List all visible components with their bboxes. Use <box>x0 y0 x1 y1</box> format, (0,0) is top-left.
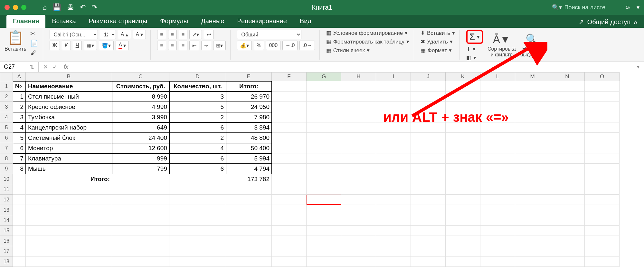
cell[interactable] <box>272 195 307 205</box>
column-header[interactable]: I <box>376 72 411 81</box>
cell[interactable] <box>480 184 515 195</box>
name-box-dropdown-icon[interactable]: ⇅ <box>30 63 34 71</box>
cell[interactable] <box>550 81 585 92</box>
cell[interactable] <box>26 215 112 226</box>
fill-color-button[interactable]: 🪣▾ <box>99 41 114 50</box>
cell[interactable] <box>446 215 480 226</box>
cell[interactable] <box>446 92 480 102</box>
cell[interactable] <box>376 164 411 174</box>
cell[interactable]: 50 400 <box>226 143 272 153</box>
cell[interactable] <box>13 256 26 267</box>
column-header[interactable]: M <box>515 72 550 81</box>
cell[interactable] <box>550 205 585 215</box>
font-size-select[interactable]: 12 <box>100 30 116 39</box>
home-icon[interactable]: ⌂ <box>43 3 47 12</box>
cell[interactable] <box>169 215 226 226</box>
cell[interactable] <box>341 143 376 153</box>
tab-view[interactable]: Вид <box>293 15 318 28</box>
align-center-button[interactable]: ≡ <box>168 41 177 50</box>
cell[interactable] <box>480 246 515 256</box>
cell[interactable] <box>307 153 341 164</box>
cell[interactable]: Итого: <box>26 174 112 184</box>
cell[interactable] <box>550 122 585 133</box>
select-all-corner[interactable] <box>0 72 13 81</box>
cell[interactable] <box>446 184 480 195</box>
cell[interactable] <box>376 81 411 92</box>
cell[interactable] <box>585 226 620 236</box>
cell[interactable] <box>480 215 515 226</box>
cell[interactable] <box>515 143 550 153</box>
cell[interactable] <box>272 153 307 164</box>
cell[interactable] <box>480 256 515 267</box>
cell[interactable] <box>585 92 620 102</box>
cell[interactable] <box>550 133 585 143</box>
cell[interactable]: Кресло офисное <box>26 102 112 112</box>
cell[interactable]: 4 794 <box>226 164 272 174</box>
cell[interactable] <box>226 256 272 267</box>
cell[interactable]: № <box>13 81 26 92</box>
column-header[interactable]: O <box>585 72 620 81</box>
cell[interactable] <box>341 205 376 215</box>
cell[interactable] <box>13 226 26 236</box>
cell[interactable] <box>307 112 341 122</box>
cell[interactable] <box>515 92 550 102</box>
cell[interactable] <box>411 215 446 226</box>
cell[interactable]: 173 782 <box>226 174 272 184</box>
column-header[interactable]: A <box>13 72 26 81</box>
cell[interactable] <box>411 174 446 184</box>
cell[interactable] <box>446 226 480 236</box>
cell[interactable] <box>341 256 376 267</box>
cell[interactable] <box>341 81 376 92</box>
row-header[interactable]: 1 <box>0 81 13 92</box>
column-header[interactable]: N <box>550 72 585 81</box>
cell[interactable] <box>112 256 169 267</box>
maximize-window-button[interactable] <box>21 5 26 10</box>
bold-button[interactable]: Ж <box>50 41 60 50</box>
cell[interactable] <box>446 143 480 153</box>
cell[interactable] <box>169 184 226 195</box>
clear-button[interactable]: ◧▾ <box>466 54 483 61</box>
increase-font-button[interactable]: A▴ <box>118 30 131 39</box>
cell[interactable] <box>341 164 376 174</box>
underline-button[interactable]: Ч <box>73 41 82 50</box>
paste-button[interactable]: 📋 Вставить <box>5 30 26 56</box>
cell[interactable] <box>112 236 169 246</box>
cell[interactable] <box>341 112 376 122</box>
cell[interactable]: 2 <box>169 133 226 143</box>
cell[interactable] <box>376 133 411 143</box>
cell[interactable] <box>480 226 515 236</box>
cell[interactable]: 3 990 <box>112 112 169 122</box>
cell[interactable] <box>272 102 307 112</box>
cell[interactable] <box>585 256 620 267</box>
cell[interactable]: 6 <box>169 153 226 164</box>
cell[interactable] <box>169 226 226 236</box>
search-input[interactable] <box>564 4 619 11</box>
number-format-select[interactable]: Общий <box>237 30 301 39</box>
cell[interactable] <box>272 133 307 143</box>
cell[interactable] <box>307 122 341 133</box>
cell[interactable]: Мышь <box>26 164 112 174</box>
cell[interactable] <box>376 174 411 184</box>
cell[interactable] <box>480 153 515 164</box>
cell[interactable]: 999 <box>112 153 169 164</box>
cell[interactable]: 4 <box>13 122 26 133</box>
cell[interactable]: 7 980 <box>226 112 272 122</box>
autosum-button[interactable]: Σ ▾ <box>466 30 483 44</box>
column-header[interactable]: D <box>169 72 226 81</box>
row-header[interactable]: 8 <box>0 153 13 164</box>
cell[interactable] <box>272 174 307 184</box>
name-box[interactable]: G27 ⇅ <box>0 62 39 72</box>
column-header[interactable]: K <box>446 72 480 81</box>
conditional-formatting-button[interactable]: ▦Условное форматирование ▾ <box>326 30 409 36</box>
cell[interactable] <box>112 205 169 215</box>
cell[interactable]: Канцелярский набор <box>26 122 112 133</box>
cell[interactable] <box>307 226 341 236</box>
cell[interactable] <box>341 195 376 205</box>
close-window-button[interactable] <box>5 5 10 10</box>
row-header[interactable]: 13 <box>0 205 13 215</box>
cell[interactable] <box>550 174 585 184</box>
cell[interactable]: 6 <box>169 164 226 174</box>
cell[interactable] <box>515 164 550 174</box>
row-header[interactable]: 10 <box>0 174 13 184</box>
cell[interactable] <box>272 184 307 195</box>
